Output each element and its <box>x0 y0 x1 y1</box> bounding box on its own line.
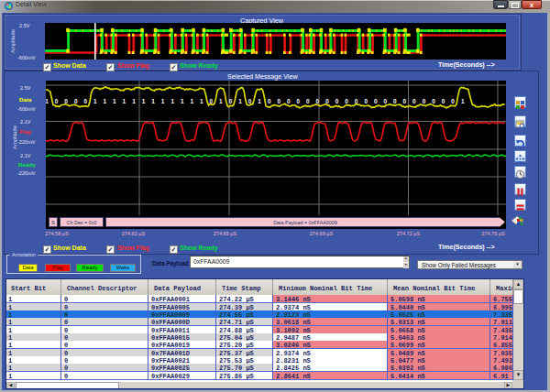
svg-text:1: 1 <box>238 98 242 104</box>
svg-text:0: 0 <box>83 98 87 104</box>
svg-text:0: 0 <box>355 98 358 104</box>
svg-text:1: 1 <box>190 98 193 104</box>
svg-text:0: 0 <box>316 98 320 104</box>
svg-text:0: 0 <box>432 98 435 104</box>
svg-text:0: 0 <box>277 98 280 104</box>
svg-text:0: 0 <box>306 98 310 104</box>
svg-text:1: 1 <box>132 98 136 104</box>
svg-text:0: 0 <box>393 98 397 104</box>
svg-text:0: 0 <box>64 98 68 104</box>
svg-text:0: 0 <box>364 98 368 104</box>
svg-text:0: 0 <box>229 98 233 104</box>
svg-text:0: 0 <box>248 98 252 104</box>
svg-text:0: 0 <box>325 98 329 104</box>
svg-text:0: 0 <box>403 98 407 104</box>
svg-text:0: 0 <box>442 98 446 104</box>
svg-text:0: 0 <box>374 98 378 104</box>
svg-text:0: 0 <box>268 98 271 104</box>
svg-text:1: 1 <box>142 98 146 104</box>
svg-text:1: 1 <box>104 98 107 104</box>
svg-text:1: 1 <box>219 98 223 104</box>
svg-text:0: 0 <box>55 98 59 104</box>
svg-text:0: 0 <box>336 98 339 104</box>
svg-text:0: 0 <box>412 98 416 104</box>
svg-text:1: 1 <box>113 98 116 104</box>
svg-text:0: 0 <box>210 98 214 104</box>
svg-text:1: 1 <box>461 98 465 104</box>
svg-text:0: 0 <box>451 98 455 104</box>
svg-text:1: 1 <box>151 98 155 104</box>
svg-text:1: 1 <box>258 98 261 104</box>
svg-text:1: 1 <box>46 98 49 104</box>
svg-text:1: 1 <box>170 98 174 104</box>
svg-text:0: 0 <box>383 98 387 104</box>
svg-text:1: 1 <box>200 98 204 104</box>
svg-text:1: 1 <box>181 98 184 104</box>
svg-text:1: 1 <box>94 98 97 104</box>
svg-text:1: 1 <box>161 98 165 104</box>
svg-text:0: 0 <box>74 98 78 104</box>
svg-text:0: 0 <box>287 98 291 104</box>
svg-text:0: 0 <box>345 98 348 104</box>
svg-text:0: 0 <box>297 98 301 104</box>
svg-text:0: 0 <box>423 98 426 104</box>
svg-text:1: 1 <box>123 98 126 104</box>
